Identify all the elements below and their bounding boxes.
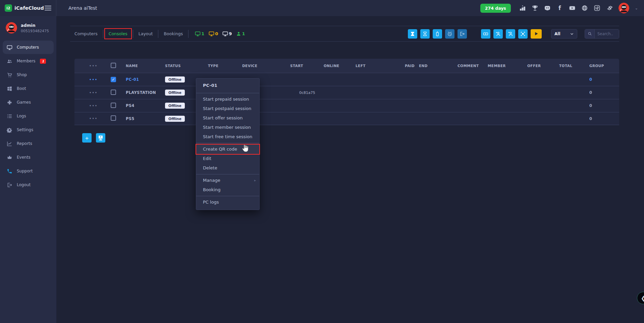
sidebar-item-boot[interactable]: Boot bbox=[3, 82, 54, 95]
table-row-ps4[interactable]: ••• PS4 Offline 0 bbox=[74, 99, 619, 112]
cell-name[interactable]: PS5 bbox=[126, 116, 165, 121]
row-checkbox[interactable] bbox=[111, 90, 116, 95]
postpaid-session-button[interactable] bbox=[420, 29, 430, 39]
alarm-button[interactable] bbox=[445, 29, 454, 39]
qr-scan-button[interactable] bbox=[518, 29, 528, 39]
cell-name[interactable]: PC-01 bbox=[126, 77, 165, 82]
table-row-pc-01[interactable]: ••• ✓ PC-01 Offline 0 bbox=[74, 73, 619, 86]
cell-group[interactable]: 0 bbox=[589, 103, 619, 108]
menu-item-pc-logs[interactable]: PC logs bbox=[196, 198, 259, 207]
globe-icon[interactable] bbox=[581, 5, 588, 11]
layers-icon[interactable] bbox=[606, 5, 613, 11]
sidebar-item-computers[interactable]: Computers bbox=[3, 41, 54, 54]
col-header-offer[interactable]: OFFER bbox=[527, 64, 559, 68]
cell-group[interactable]: 0 bbox=[589, 90, 619, 95]
sidebar-item-support[interactable]: Support bbox=[3, 164, 54, 178]
facebook-icon[interactable]: f bbox=[556, 5, 563, 11]
col-header-member[interactable]: MEMBER bbox=[488, 64, 527, 68]
sidebar-item-reports[interactable]: Reports bbox=[3, 137, 54, 150]
col-header-paid[interactable]: PAID bbox=[405, 64, 419, 68]
youtube-icon[interactable] bbox=[569, 5, 576, 11]
hamburger-menu-icon[interactable] bbox=[45, 4, 51, 12]
sidebar-item-logs[interactable]: Logs bbox=[3, 109, 54, 123]
sidebar-item-events[interactable]: Events bbox=[3, 151, 54, 164]
col-header-name[interactable]: NAME bbox=[126, 64, 165, 68]
col-header-status[interactable]: STATUS bbox=[165, 64, 208, 68]
main-content: Computers Consoles Layout Bookings 1 0 9… bbox=[56, 16, 644, 323]
trophy-icon[interactable] bbox=[532, 5, 538, 11]
cell-name[interactable]: PLAYSTATION bbox=[126, 90, 165, 95]
gear-icon bbox=[7, 127, 12, 133]
menu-item-start-offer-session[interactable]: Start offer session bbox=[196, 113, 259, 123]
menu-item-edit[interactable]: Edit bbox=[196, 154, 259, 163]
sidebar-item-shop[interactable]: Shop bbox=[3, 68, 54, 82]
search-input[interactable] bbox=[595, 30, 619, 38]
select-all-checkbox[interactable] bbox=[111, 63, 116, 68]
col-header-comment[interactable]: COMMENT bbox=[458, 64, 488, 68]
sidebar-item-games[interactable]: Games bbox=[3, 96, 54, 109]
row-checkbox[interactable] bbox=[111, 103, 116, 108]
add-member-star-button[interactable] bbox=[493, 29, 503, 39]
avatar-chevron-down-icon[interactable]: ⌄ bbox=[635, 6, 638, 10]
menu-item-manage[interactable]: Manage ▸ bbox=[196, 176, 259, 185]
row-menu-dots[interactable]: ••• bbox=[74, 78, 111, 82]
tab-computers[interactable]: Computers bbox=[70, 28, 102, 39]
menu-item-start-member-session[interactable]: Start member session bbox=[196, 123, 259, 132]
topbar: i2 iCafeCloud Arena aiTest 274 days f ⌄ bbox=[0, 0, 644, 16]
ranking-icon[interactable] bbox=[519, 5, 526, 11]
menu-item-start-prepaid-session[interactable]: Start prepaid session bbox=[196, 95, 259, 104]
sidebar-item-label: Boot bbox=[17, 86, 26, 91]
cash-button[interactable] bbox=[481, 29, 490, 39]
cell-group[interactable]: 0 bbox=[589, 116, 619, 121]
col-header-end[interactable]: END bbox=[419, 64, 458, 68]
start-button[interactable] bbox=[531, 29, 542, 39]
sidebar-item-logout[interactable]: Logout bbox=[3, 178, 54, 192]
discord-icon[interactable] bbox=[544, 5, 551, 11]
icafecloud-icon[interactable] bbox=[594, 5, 600, 11]
col-header-device[interactable]: DEVICE bbox=[242, 64, 290, 68]
row-menu-dots[interactable]: ••• bbox=[74, 104, 111, 108]
sidebar-item-settings[interactable]: Settings bbox=[3, 123, 54, 137]
tab-consoles[interactable]: Consoles bbox=[104, 28, 132, 39]
checkout-button[interactable] bbox=[458, 29, 467, 39]
col-header-total[interactable]: TOTAL bbox=[559, 64, 589, 68]
type-filter-select[interactable]: All bbox=[551, 29, 577, 39]
add-console-button[interactable]: ＋ bbox=[82, 133, 92, 143]
col-header-online[interactable]: ONLINE bbox=[324, 64, 356, 68]
cart-icon bbox=[7, 72, 12, 78]
sidebar-item-label: Settings bbox=[17, 127, 33, 132]
monitor-icon bbox=[209, 31, 214, 37]
status-badge: Offline bbox=[165, 76, 185, 83]
column-menu-dots: ••• bbox=[74, 64, 111, 68]
mobile-session-button[interactable] bbox=[433, 29, 442, 39]
sidebar-item-members[interactable]: Members 1 bbox=[3, 54, 54, 68]
row-checkbox[interactable]: ✓ bbox=[111, 77, 116, 82]
table-row-playstation[interactable]: ••• PLAYSTATION Offline 0 bbox=[74, 86, 619, 99]
user-avatar[interactable] bbox=[619, 3, 629, 13]
col-header-type[interactable]: TYPE bbox=[208, 64, 242, 68]
crown-icon bbox=[7, 155, 12, 160]
col-header-left[interactable]: LEFT bbox=[356, 64, 405, 68]
add-member-button[interactable] bbox=[506, 29, 515, 39]
row-menu-dots[interactable]: ••• bbox=[74, 117, 111, 120]
tab-bookings[interactable]: Bookings bbox=[159, 28, 187, 39]
tab-layout[interactable]: Layout bbox=[134, 28, 157, 39]
status-badge: Offline bbox=[165, 103, 185, 109]
cell-group[interactable]: 0 bbox=[589, 77, 619, 82]
col-header-start[interactable]: START bbox=[290, 64, 324, 68]
row-menu-dots[interactable]: ••• bbox=[74, 91, 111, 95]
menu-item-start-free-time-session[interactable]: Start free time session bbox=[196, 132, 259, 142]
table-row-ps5[interactable]: ••• PS5 Offline 0 bbox=[74, 112, 619, 125]
license-days-badge[interactable]: 274 days bbox=[480, 4, 511, 13]
menu-item-booking[interactable]: Booking bbox=[196, 185, 259, 195]
cell-name[interactable]: PS4 bbox=[126, 103, 165, 108]
col-header-group[interactable]: GROUP bbox=[589, 64, 619, 68]
row-checkbox[interactable] bbox=[111, 115, 116, 121]
add-console-device-button[interactable] bbox=[96, 133, 105, 143]
menu-item-start-postpaid-session[interactable]: Start postpaid session bbox=[196, 104, 259, 113]
app-logo[interactable]: i2 iCafeCloud bbox=[5, 4, 44, 12]
cell-device-fragment: 0c81a75 bbox=[299, 91, 315, 95]
bottom-actions: ＋ bbox=[82, 133, 105, 143]
menu-item-delete[interactable]: Delete bbox=[196, 163, 259, 173]
prepaid-session-button[interactable] bbox=[408, 29, 417, 39]
